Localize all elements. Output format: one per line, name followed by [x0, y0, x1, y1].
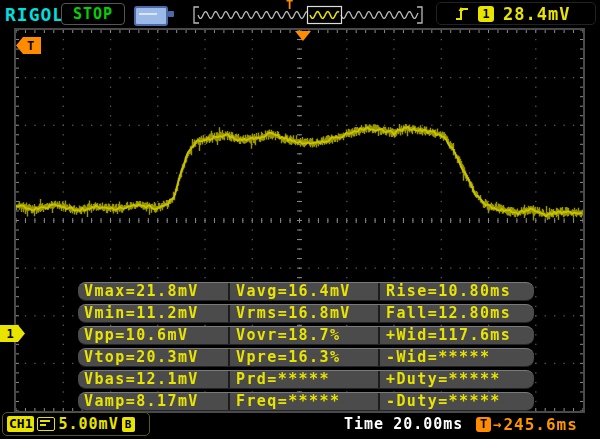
usb-device-icon [134, 6, 168, 26]
measurement-value: Vrms=16.8mV [228, 305, 378, 322]
channel1-tag-label: 1 [6, 327, 13, 341]
measurement-row: Vamp=8.17mV Freq=***** -Duty=***** [78, 392, 534, 411]
measurement-value: Prd=***** [228, 371, 378, 388]
measurement-value: Vmax=21.8mV [78, 283, 228, 300]
trigger-offset-group: T → 245.6ms [470, 413, 584, 435]
measurement-value: Fall=12.80ms [378, 305, 534, 322]
measurement-row: Vpp=10.6mV Vovr=18.7% +Wid=117.6ms [78, 326, 534, 345]
measurement-value: Rise=10.80ms [378, 283, 534, 300]
trigger-level-tag-label: T [27, 39, 34, 53]
measurement-value: Vtop=20.3mV [78, 349, 228, 366]
measurement-value: Vmin=11.2mV [78, 305, 228, 322]
measurement-row: Vmin=11.2mV Vrms=16.8mV Fall=12.80ms [78, 304, 534, 323]
measurement-value: Vpre=16.3% [228, 349, 378, 366]
trigger-offset-value: 245.6ms [503, 415, 577, 434]
measurement-value: +Wid=117.6ms [378, 327, 534, 344]
channel1-badge: CH1 [7, 416, 34, 432]
timebase-label: Time [344, 415, 384, 433]
trigger-offset-badge: T [476, 417, 491, 432]
measurement-value: Vavg=16.4mV [228, 283, 378, 300]
timebase-value: 20.00ms [393, 415, 463, 433]
timebase-group: Time 20.00ms [336, 413, 471, 435]
brand-logo: RIGOL [5, 4, 64, 25]
measurement-value: Freq=***** [228, 393, 378, 410]
preview-trigger-marker: T [286, 0, 293, 12]
measurement-value: Vovr=18.7% [228, 327, 378, 344]
measurement-value: +Duty=***** [378, 371, 534, 388]
measurement-value: -Duty=***** [378, 393, 534, 410]
waveform-preview-bar [189, 2, 427, 26]
trigger-level-value: 28.4mV [503, 4, 570, 24]
oscilloscope-screen: RIGOL STOP T 1 28.4mV T 1 Vmax=21.8mV Va… [0, 0, 600, 439]
measurement-value: Vbas=12.1mV [78, 371, 228, 388]
measurement-row: Vbas=12.1mV Prd=***** +Duty=***** [78, 370, 534, 389]
measurement-value: Vpp=10.6mV [78, 327, 228, 344]
channel1-status-group: CH1 5.00mV B [2, 412, 150, 436]
run-state-badge: STOP [61, 3, 125, 25]
dc-coupling-icon [37, 417, 55, 431]
vertical-scale-value: 5.00mV [58, 415, 118, 433]
measurement-row: Vtop=20.3mV Vpre=16.3% -Wid=***** [78, 348, 534, 367]
arrow-right-icon: → [493, 416, 501, 432]
measurement-panel: Vmax=21.8mV Vavg=16.4mV Rise=10.80ms Vmi… [78, 282, 534, 411]
trigger-source-badge: 1 [478, 6, 494, 22]
measurement-value: Vamp=8.17mV [78, 393, 228, 410]
measurement-value: -Wid=***** [378, 349, 534, 366]
bandwidth-limit-badge: B [122, 417, 135, 432]
trigger-info-group: 1 28.4mV [436, 2, 596, 25]
measurement-row: Vmax=21.8mV Vavg=16.4mV Rise=10.80ms [78, 282, 534, 301]
rising-edge-trigger-icon [455, 6, 469, 22]
run-state-label: STOP [73, 5, 113, 23]
